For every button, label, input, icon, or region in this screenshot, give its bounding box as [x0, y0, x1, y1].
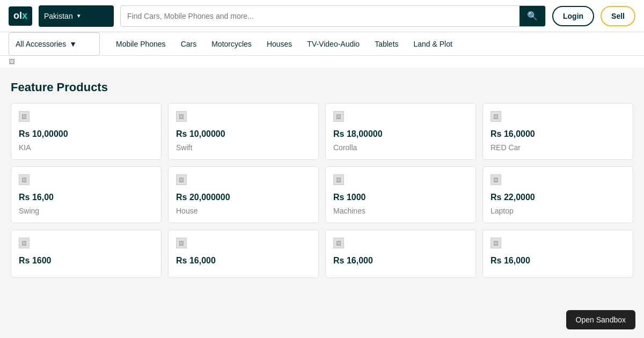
product-image: 🖼: [19, 174, 30, 185]
product-name: Machines: [333, 207, 468, 215]
chevron-down-icon: ▼: [76, 13, 82, 19]
product-card[interactable]: 🖼 Rs 10,00000 KIA: [11, 103, 162, 160]
section-title: Feature Products: [11, 80, 633, 94]
product-image: 🖼: [176, 238, 187, 248]
nav-item-mobile-phones[interactable]: Mobile Phones: [108, 32, 173, 56]
product-card[interactable]: 🖼 Rs 16,0000 RED Car: [482, 103, 633, 160]
chevron-down-icon: ▼: [69, 40, 77, 48]
logo: olx: [9, 6, 32, 26]
nav-items: Mobile Phones Cars Motorcycles Houses TV…: [108, 32, 460, 56]
product-price: Rs 18,00000: [333, 129, 468, 139]
nav-item-cars[interactable]: Cars: [173, 32, 204, 56]
products-row-2: 🖼 Rs 16,00 Swing 🖼 Rs 20,000000 House 🖼 …: [11, 166, 633, 223]
product-price: Rs 22,0000: [491, 193, 625, 202]
product-card[interactable]: 🖼 Rs 16,000: [325, 230, 476, 278]
sell-button[interactable]: Sell: [601, 6, 635, 26]
product-image: 🖼: [19, 111, 30, 122]
product-card[interactable]: 🖼 Rs 20,000000 House: [168, 166, 319, 223]
search-bar: 🔍: [120, 5, 546, 27]
products-row-3: 🖼 Rs 1600 🖼 Rs 16,000 🖼 Rs 16,000 🖼 Rs 1…: [11, 230, 633, 278]
category-all-label: All Accessories: [16, 40, 66, 48]
product-name: KIA: [19, 143, 153, 152]
product-name: RED Car: [491, 143, 625, 152]
broken-image-icon: 🖼: [9, 58, 15, 65]
nav-item-motorcycles[interactable]: Motorcycles: [204, 32, 259, 56]
product-price: Rs 16,00: [19, 193, 153, 202]
product-image: 🖼: [491, 238, 501, 248]
nav-item-land-plot[interactable]: Land & Plot: [406, 32, 460, 56]
category-dropdown[interactable]: All Accessories ▼: [9, 32, 100, 56]
product-price: Rs 16,0000: [491, 129, 625, 139]
product-image: 🖼: [333, 238, 344, 248]
nav-item-tv-video-audio[interactable]: TV-Video-Audio: [299, 32, 367, 56]
product-card[interactable]: 🖼 Rs 10,00000 Swift: [168, 103, 319, 160]
location-label: Pakistan: [44, 12, 73, 20]
search-button[interactable]: 🔍: [519, 5, 545, 27]
product-image: 🖼: [176, 174, 187, 185]
search-input[interactable]: [121, 8, 519, 25]
products-row-1: 🖼 Rs 10,00000 KIA 🖼 Rs 10,00000 Swift 🖼 …: [11, 103, 633, 160]
main-content: Feature Products 🖼 Rs 10,00000 KIA 🖼 Rs …: [0, 68, 644, 297]
product-name: House: [176, 207, 311, 215]
product-image: 🖼: [333, 111, 344, 122]
product-name: Swift: [176, 143, 311, 152]
logo-text: olx: [13, 10, 27, 21]
product-price: Rs 10,00000: [176, 129, 311, 139]
banner-area: 🖼: [0, 56, 644, 68]
header: olx Pakistan ▼ 🔍 Login Sell: [0, 0, 644, 32]
search-icon: 🔍: [527, 11, 538, 21]
product-name: Laptop: [491, 207, 625, 215]
product-card[interactable]: 🖼 Rs 16,000: [482, 230, 633, 278]
product-price: Rs 20,000000: [176, 193, 311, 202]
product-image: 🖼: [333, 174, 344, 185]
product-name: Swing: [19, 207, 153, 215]
product-price: Rs 10,00000: [19, 129, 153, 139]
product-name: Corolla: [333, 143, 468, 152]
nav-item-houses[interactable]: Houses: [259, 32, 299, 56]
product-card[interactable]: 🖼 Rs 16,000: [168, 230, 319, 278]
product-card[interactable]: 🖼 Rs 1600: [11, 230, 162, 278]
product-price: Rs 1000: [333, 193, 468, 202]
login-button[interactable]: Login: [552, 6, 594, 26]
product-price: Rs 16,000: [491, 256, 625, 266]
product-card[interactable]: 🖼 Rs 18,00000 Corolla: [325, 103, 476, 160]
product-image: 🖼: [176, 111, 187, 122]
navbar: All Accessories ▼ Mobile Phones Cars Mot…: [0, 32, 644, 56]
product-price: Rs 1600: [19, 256, 153, 266]
product-price: Rs 16,000: [333, 256, 468, 266]
product-image: 🖼: [19, 238, 30, 248]
product-image: 🖼: [491, 174, 501, 185]
product-card[interactable]: 🖼 Rs 16,00 Swing: [11, 166, 162, 223]
product-price: Rs 16,000: [176, 256, 311, 266]
nav-item-tablets[interactable]: Tablets: [367, 32, 406, 56]
product-image: 🖼: [491, 111, 501, 122]
product-card[interactable]: 🖼 Rs 22,0000 Laptop: [482, 166, 633, 223]
location-selector[interactable]: Pakistan ▼: [39, 5, 114, 27]
product-card[interactable]: 🖼 Rs 1000 Machines: [325, 166, 476, 223]
